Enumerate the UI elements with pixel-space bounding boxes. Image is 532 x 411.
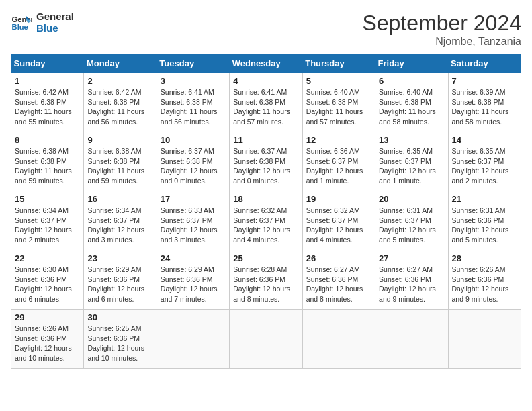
weekday-header-row: SundayMondayTuesdayWednesdayThursdayFrid… [11, 54, 521, 73]
empty-cell [375, 310, 448, 369]
weekday-header-tuesday: Tuesday [157, 54, 229, 73]
day-number: 15 [15, 194, 80, 204]
day-number: 30 [87, 312, 152, 322]
day-cell-6: 6Sunrise: 6:40 AMSunset: 6:38 PMDaylight… [375, 73, 448, 132]
day-number: 24 [161, 253, 226, 263]
day-cell-5: 5Sunrise: 6:40 AMSunset: 6:38 PMDaylight… [302, 73, 375, 132]
day-info: Sunrise: 6:31 AMSunset: 6:36 PMDaylight:… [452, 205, 517, 245]
day-number: 19 [306, 194, 371, 204]
day-number: 23 [87, 253, 152, 263]
day-cell-20: 20Sunrise: 6:31 AMSunset: 6:37 PMDayligh… [375, 191, 448, 250]
svg-text:Blue: Blue [12, 23, 28, 31]
day-number: 22 [15, 253, 80, 263]
day-info: Sunrise: 6:27 AMSunset: 6:36 PMDaylight:… [306, 265, 371, 304]
day-cell-4: 4Sunrise: 6:41 AMSunset: 6:38 PMDaylight… [230, 73, 302, 132]
empty-cell [448, 310, 521, 369]
day-info: Sunrise: 6:26 AMSunset: 6:36 PMDaylight:… [15, 324, 80, 363]
day-cell-7: 7Sunrise: 6:39 AMSunset: 6:38 PMDaylight… [448, 73, 521, 132]
day-cell-29: 29Sunrise: 6:26 AMSunset: 6:36 PMDayligh… [11, 310, 84, 369]
day-info: Sunrise: 6:36 AMSunset: 6:37 PMDaylight:… [306, 146, 371, 186]
day-cell-3: 3Sunrise: 6:41 AMSunset: 6:38 PMDaylight… [157, 73, 229, 132]
day-info: Sunrise: 6:41 AMSunset: 6:38 PMDaylight:… [233, 87, 298, 127]
weekday-header-wednesday: Wednesday [230, 54, 302, 73]
day-info: Sunrise: 6:35 AMSunset: 6:37 PMDaylight:… [452, 146, 517, 186]
day-cell-14: 14Sunrise: 6:35 AMSunset: 6:37 PMDayligh… [448, 132, 521, 191]
day-number: 25 [233, 253, 298, 263]
day-cell-19: 19Sunrise: 6:32 AMSunset: 6:37 PMDayligh… [302, 191, 375, 250]
day-cell-13: 13Sunrise: 6:35 AMSunset: 6:37 PMDayligh… [375, 132, 448, 191]
day-info: Sunrise: 6:40 AMSunset: 6:38 PMDaylight:… [306, 87, 371, 127]
day-number: 21 [452, 194, 517, 204]
title-area: September 2024 Njombe, Tanzania [362, 11, 521, 48]
day-number: 2 [87, 76, 152, 86]
day-info: Sunrise: 6:29 AMSunset: 6:36 PMDaylight:… [87, 265, 152, 304]
day-number: 9 [87, 135, 152, 145]
day-cell-12: 12Sunrise: 6:36 AMSunset: 6:37 PMDayligh… [302, 132, 375, 191]
day-number: 1 [15, 76, 80, 86]
logo-blue: Blue [36, 22, 74, 34]
day-info: Sunrise: 6:42 AMSunset: 6:38 PMDaylight:… [15, 87, 80, 127]
month-title: September 2024 [362, 11, 521, 36]
day-cell-2: 2Sunrise: 6:42 AMSunset: 6:38 PMDaylight… [84, 73, 157, 132]
day-number: 10 [161, 135, 226, 145]
day-info: Sunrise: 6:32 AMSunset: 6:37 PMDaylight:… [306, 205, 371, 245]
day-cell-22: 22Sunrise: 6:30 AMSunset: 6:36 PMDayligh… [11, 250, 84, 310]
day-number: 14 [452, 135, 517, 145]
week-row-5: 29Sunrise: 6:26 AMSunset: 6:36 PMDayligh… [11, 310, 521, 369]
day-number: 13 [379, 135, 444, 145]
day-number: 29 [15, 312, 80, 322]
day-cell-16: 16Sunrise: 6:34 AMSunset: 6:37 PMDayligh… [84, 191, 157, 250]
day-number: 12 [306, 135, 371, 145]
day-cell-27: 27Sunrise: 6:27 AMSunset: 6:36 PMDayligh… [375, 250, 448, 310]
day-info: Sunrise: 6:40 AMSunset: 6:38 PMDaylight:… [379, 87, 444, 127]
day-info: Sunrise: 6:32 AMSunset: 6:37 PMDaylight:… [233, 205, 298, 245]
day-cell-9: 9Sunrise: 6:38 AMSunset: 6:38 PMDaylight… [84, 132, 157, 191]
logo: General Blue General Blue [11, 11, 74, 34]
day-info: Sunrise: 6:41 AMSunset: 6:38 PMDaylight:… [161, 87, 226, 127]
day-cell-8: 8Sunrise: 6:38 AMSunset: 6:38 PMDaylight… [11, 132, 84, 191]
day-number: 28 [452, 253, 517, 263]
day-number: 16 [87, 194, 152, 204]
calendar-table: SundayMondayTuesdayWednesdayThursdayFrid… [11, 54, 521, 369]
day-info: Sunrise: 6:26 AMSunset: 6:36 PMDaylight:… [452, 265, 517, 304]
logo-icon: General Blue [11, 11, 32, 33]
day-number: 5 [306, 76, 371, 86]
day-info: Sunrise: 6:42 AMSunset: 6:38 PMDaylight:… [87, 87, 152, 127]
day-number: 27 [379, 253, 444, 263]
day-cell-30: 30Sunrise: 6:25 AMSunset: 6:36 PMDayligh… [84, 310, 157, 369]
day-number: 4 [233, 76, 298, 86]
header: General Blue General Blue September 2024… [11, 11, 521, 48]
day-info: Sunrise: 6:35 AMSunset: 6:37 PMDaylight:… [379, 146, 444, 186]
day-info: Sunrise: 6:33 AMSunset: 6:37 PMDaylight:… [161, 205, 226, 245]
location-title: Njombe, Tanzania [362, 36, 521, 48]
day-number: 11 [233, 135, 298, 145]
day-info: Sunrise: 6:29 AMSunset: 6:36 PMDaylight:… [161, 265, 226, 304]
day-info: Sunrise: 6:34 AMSunset: 6:37 PMDaylight:… [15, 205, 80, 245]
logo-general: General [36, 11, 74, 22]
weekday-header-thursday: Thursday [302, 54, 375, 73]
day-info: Sunrise: 6:37 AMSunset: 6:38 PMDaylight:… [233, 146, 298, 186]
day-number: 26 [306, 253, 371, 263]
day-info: Sunrise: 6:38 AMSunset: 6:38 PMDaylight:… [15, 146, 80, 186]
weekday-header-monday: Monday [84, 54, 157, 73]
day-number: 20 [379, 194, 444, 204]
day-number: 18 [233, 194, 298, 204]
week-row-1: 1Sunrise: 6:42 AMSunset: 6:38 PMDaylight… [11, 73, 521, 132]
day-info: Sunrise: 6:39 AMSunset: 6:38 PMDaylight:… [452, 87, 517, 127]
day-cell-26: 26Sunrise: 6:27 AMSunset: 6:36 PMDayligh… [302, 250, 375, 310]
empty-cell [230, 310, 302, 369]
day-cell-15: 15Sunrise: 6:34 AMSunset: 6:37 PMDayligh… [11, 191, 84, 250]
day-info: Sunrise: 6:37 AMSunset: 6:38 PMDaylight:… [161, 146, 226, 186]
weekday-header-sunday: Sunday [11, 54, 84, 73]
day-cell-25: 25Sunrise: 6:28 AMSunset: 6:36 PMDayligh… [230, 250, 302, 310]
day-cell-21: 21Sunrise: 6:31 AMSunset: 6:36 PMDayligh… [448, 191, 521, 250]
weekday-header-friday: Friday [375, 54, 448, 73]
day-number: 17 [161, 194, 226, 204]
day-cell-28: 28Sunrise: 6:26 AMSunset: 6:36 PMDayligh… [448, 250, 521, 310]
day-info: Sunrise: 6:30 AMSunset: 6:36 PMDaylight:… [15, 265, 80, 304]
day-number: 7 [452, 76, 517, 86]
day-info: Sunrise: 6:34 AMSunset: 6:37 PMDaylight:… [87, 205, 152, 245]
day-info: Sunrise: 6:31 AMSunset: 6:37 PMDaylight:… [379, 205, 444, 245]
day-cell-18: 18Sunrise: 6:32 AMSunset: 6:37 PMDayligh… [230, 191, 302, 250]
day-number: 8 [15, 135, 80, 145]
